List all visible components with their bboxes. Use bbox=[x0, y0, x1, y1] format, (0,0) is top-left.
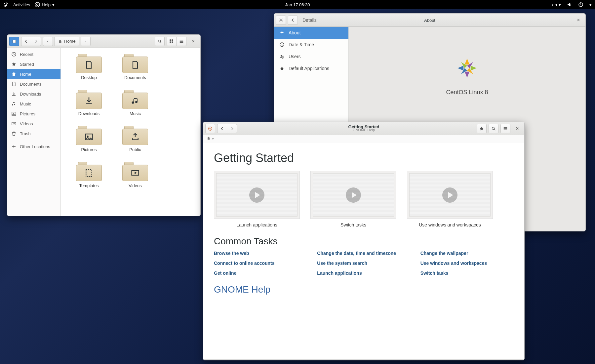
help-back-button[interactable] bbox=[217, 124, 227, 133]
svg-point-27 bbox=[13, 113, 14, 114]
folder-icon bbox=[122, 126, 148, 145]
common-tasks-grid: Browse the webChange the date, time and … bbox=[214, 251, 514, 276]
home-crumb-icon bbox=[207, 136, 211, 140]
help-icon bbox=[35, 2, 40, 7]
task-link-switch-tasks[interactable]: Switch tasks bbox=[420, 270, 514, 276]
nav-back-button[interactable] bbox=[21, 37, 31, 46]
task-link-browse-the-web[interactable]: Browse the web bbox=[214, 251, 307, 256]
folder-downloads[interactable]: Downloads bbox=[67, 90, 110, 116]
sidebar-item-home[interactable]: Home bbox=[7, 69, 60, 79]
lang-label: en bbox=[552, 2, 557, 7]
sidebar-item-other-locations[interactable]: Other Locations bbox=[7, 142, 60, 151]
app-menu-label: Help bbox=[42, 2, 51, 7]
help-title: Getting Started GNOME Help bbox=[348, 125, 379, 132]
sidebar-item-videos[interactable]: Videos bbox=[7, 119, 60, 129]
folder-pictures[interactable]: Pictures bbox=[67, 126, 110, 152]
task-link-connect-to-online-accounts[interactable]: Connect to online accounts bbox=[214, 261, 307, 266]
folder-label: Documents bbox=[124, 75, 146, 80]
svg-marker-15 bbox=[465, 59, 469, 64]
sidebar-label: Recent bbox=[20, 52, 33, 57]
help-thumb-use-windows-and-workspaces[interactable]: Use windows and workspaces bbox=[407, 171, 493, 227]
os-name: CentOS Linux 8 bbox=[446, 89, 488, 96]
activities-button[interactable]: Activities bbox=[13, 2, 30, 7]
back-button[interactable] bbox=[288, 16, 298, 25]
svg-rect-19 bbox=[13, 40, 16, 43]
help-subtitle-text: GNOME Help bbox=[348, 129, 379, 133]
nav-forward-button[interactable] bbox=[31, 37, 41, 46]
sidebar-item-music[interactable]: Music bbox=[7, 99, 60, 109]
close-button[interactable]: × bbox=[512, 126, 522, 132]
help-window: Getting Started GNOME Help × » Getting S… bbox=[203, 122, 525, 360]
settings-item-about[interactable]: About bbox=[274, 27, 348, 39]
sidebar-label: Downloads bbox=[20, 92, 41, 97]
power-icon[interactable] bbox=[578, 2, 583, 7]
help-thumb-switch-tasks[interactable]: Switch tasks bbox=[310, 171, 396, 227]
svg-rect-31 bbox=[86, 170, 92, 177]
breadcrumb-sep: » bbox=[212, 136, 214, 141]
path-back-segment[interactable]: ‹ bbox=[43, 37, 53, 46]
view-grid-button[interactable] bbox=[167, 37, 177, 46]
system-menu-chevron[interactable]: ▾ bbox=[589, 2, 592, 7]
path-home-button[interactable]: Home bbox=[54, 37, 79, 46]
svg-rect-21 bbox=[170, 39, 171, 41]
settings-item-label: Default Applications bbox=[289, 66, 329, 71]
bookmark-button[interactable] bbox=[477, 124, 487, 133]
users-icon bbox=[279, 54, 285, 59]
input-lang[interactable]: en ▾ bbox=[552, 2, 561, 7]
sidebar-label: Music bbox=[20, 101, 31, 106]
task-link-get-online[interactable]: Get online bbox=[214, 270, 307, 276]
help-nav bbox=[217, 124, 237, 133]
sidebar-item-downloads[interactable]: Downloads bbox=[7, 89, 60, 99]
star-icon bbox=[11, 61, 17, 67]
close-button[interactable]: × bbox=[574, 17, 583, 23]
sidebar-item-recent[interactable]: Recent bbox=[7, 49, 60, 59]
svg-point-4 bbox=[37, 4, 38, 6]
close-button[interactable]: × bbox=[188, 38, 198, 44]
folder-music[interactable]: Music bbox=[114, 90, 157, 116]
hamburger-button[interactable] bbox=[177, 37, 186, 46]
volume-icon[interactable] bbox=[567, 2, 572, 7]
sidebar-label: Pictures bbox=[20, 111, 35, 116]
task-link-change-the-date-time-and-timezone[interactable]: Change the date, time and timezone bbox=[317, 251, 410, 256]
settings-item-date-time[interactable]: Date & Time bbox=[274, 39, 348, 51]
app-menu-help[interactable]: Help ▾ bbox=[35, 2, 55, 7]
help-forward-button[interactable] bbox=[227, 124, 237, 133]
common-tasks-heading: Common Tasks bbox=[214, 236, 514, 247]
folder-templates[interactable]: Templates bbox=[67, 162, 110, 188]
files-app-icon bbox=[9, 37, 19, 46]
folder-public[interactable]: Public bbox=[114, 126, 157, 152]
task-link-launch-applications[interactable]: Launch applications bbox=[317, 270, 410, 276]
svg-point-0 bbox=[4, 3, 5, 4]
svg-marker-18 bbox=[457, 66, 463, 70]
svg-rect-23 bbox=[172, 39, 173, 41]
files-headerbar: ‹ Home › × bbox=[7, 35, 200, 48]
search-button[interactable] bbox=[155, 37, 165, 46]
sidebar-item-trash[interactable]: Trash bbox=[7, 129, 60, 139]
folder-label: Public bbox=[129, 147, 141, 152]
help-thumb-launch-applications[interactable]: Launch applications bbox=[214, 171, 300, 227]
svg-rect-6 bbox=[580, 2, 581, 5]
folder-videos[interactable]: Videos bbox=[114, 162, 157, 188]
svg-point-33 bbox=[209, 127, 212, 130]
sidebar-item-pictures[interactable]: Pictures bbox=[7, 109, 60, 119]
sidebar-item-documents[interactable]: Documents bbox=[7, 79, 60, 89]
help-footer[interactable]: About bbox=[203, 359, 524, 360]
help-search-button[interactable] bbox=[489, 124, 498, 133]
gnome-help-link[interactable]: GNOME Help bbox=[214, 284, 514, 295]
task-link-use-the-system-search[interactable]: Use the system search bbox=[317, 261, 410, 266]
files-window: ‹ Home › × RecentStarredHomeDocumentsDow… bbox=[7, 34, 201, 216]
settings-item-users[interactable]: Users bbox=[274, 51, 348, 62]
sidebar-item-starred[interactable]: Starred bbox=[7, 59, 60, 69]
settings-item-default-applications[interactable]: Default Applications bbox=[274, 62, 348, 74]
task-link-change-the-wallpaper[interactable]: Change the wallpaper bbox=[420, 251, 514, 256]
task-link-use-windows-and-workspaces[interactable]: Use windows and workspaces bbox=[420, 261, 514, 266]
settings-item-label: Users bbox=[289, 54, 301, 59]
help-menu-button[interactable] bbox=[500, 124, 510, 133]
folder-icon bbox=[76, 54, 102, 73]
folder-documents[interactable]: Documents bbox=[114, 54, 157, 80]
path-fwd-segment[interactable]: › bbox=[81, 37, 91, 46]
play-icon bbox=[346, 187, 361, 203]
help-breadcrumb[interactable]: » bbox=[203, 135, 524, 143]
folder-desktop[interactable]: Desktop bbox=[67, 54, 110, 80]
clock[interactable]: Jan 17 06:30 bbox=[285, 2, 310, 7]
